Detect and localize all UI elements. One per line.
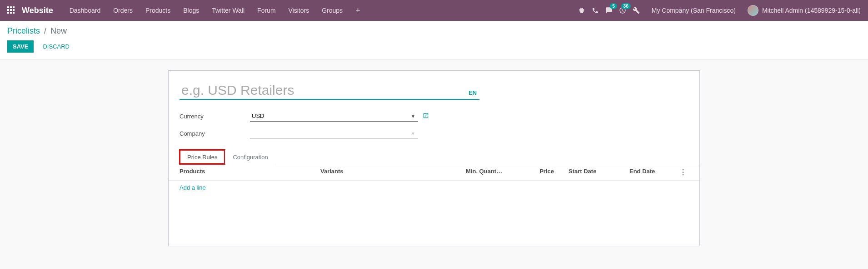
nav-groups[interactable]: Groups [316, 3, 348, 18]
breadcrumb: Pricelists / New [7, 26, 861, 36]
price-rules-table: Products Variants Min. Quant… Price Star… [169, 164, 699, 235]
th-price: Price [534, 168, 561, 176]
main-navbar: Website Dashboard Orders Products Blogs … [0, 0, 868, 21]
tools-icon[interactable] [633, 7, 640, 14]
add-line-link[interactable]: Add a line [180, 184, 206, 191]
bug-icon[interactable] [578, 7, 585, 14]
company-switcher[interactable]: My Company (San Francisco) [646, 7, 741, 14]
field-group: Currency ▼ Company ▼ [180, 111, 688, 139]
nav-dashboard[interactable]: Dashboard [64, 3, 106, 18]
breadcrumb-current: New [50, 26, 67, 35]
table-header: Products Variants Min. Quant… Price Star… [169, 164, 699, 181]
breadcrumb-sep: / [44, 26, 46, 35]
title-row: EN [180, 82, 688, 100]
company-row: Company ▼ [180, 128, 688, 139]
app-brand[interactable]: Website [22, 6, 53, 15]
messages-badge: 5 [610, 3, 617, 9]
tabs: Price Rules Configuration [169, 150, 699, 164]
tab-configuration[interactable]: Configuration [225, 150, 275, 164]
nav-products[interactable]: Products [140, 3, 176, 18]
form-sheet: EN Currency ▼ Company ▼ [168, 70, 700, 246]
nav-right: 5 36 My Company (San Francisco) Mitchell… [578, 5, 861, 16]
company-input-wrap: ▼ [250, 128, 418, 139]
kebab-icon[interactable]: ⋮ [679, 168, 688, 176]
nav-forum[interactable]: Forum [252, 3, 281, 18]
activities-badge: 36 [621, 3, 631, 9]
breadcrumb-parent[interactable]: Pricelists [7, 26, 40, 35]
form-container: EN Currency ▼ Company ▼ [0, 59, 868, 257]
tab-price-rules[interactable]: Price Rules [180, 150, 225, 164]
external-link-icon[interactable] [423, 112, 429, 120]
currency-input[interactable] [250, 111, 418, 122]
company-input[interactable] [250, 128, 418, 139]
cp-buttons: Save Discard [7, 40, 861, 53]
nav-twitter-wall[interactable]: Twitter Wall [206, 3, 250, 18]
user-menu[interactable]: Mitchell Admin (14589929-15-0-all) [748, 5, 861, 16]
nav-blogs[interactable]: Blogs [178, 3, 205, 18]
translate-button[interactable]: EN [469, 89, 477, 96]
th-end-date: End Date [629, 168, 679, 176]
currency-label: Currency [180, 113, 250, 120]
apps-icon[interactable] [7, 6, 15, 15]
discard-button[interactable]: Discard [37, 40, 75, 53]
control-panel: Pricelists / New Save Discard [0, 21, 868, 59]
pricelist-name-input[interactable] [180, 82, 479, 100]
messages-icon[interactable]: 5 [605, 7, 613, 14]
th-min-quantity: Min. Quant… [466, 168, 534, 176]
nav-orders[interactable]: Orders [108, 3, 138, 18]
nav-visitors[interactable]: Visitors [283, 3, 315, 18]
th-products: Products [180, 168, 320, 176]
currency-row: Currency ▼ [180, 111, 688, 122]
th-start-date: Start Date [561, 168, 629, 176]
user-name-label: Mitchell Admin (14589929-15-0-all) [762, 7, 861, 14]
phone-icon[interactable] [592, 7, 599, 14]
currency-input-wrap: ▼ [250, 111, 418, 122]
nav-add-menu[interactable]: + [350, 4, 366, 17]
nav-menu: Dashboard Orders Products Blogs Twitter … [64, 3, 578, 18]
th-variants: Variants [320, 168, 466, 176]
avatar [748, 5, 758, 16]
table-body: Add a line [169, 181, 699, 235]
activities-icon[interactable]: 36 [619, 7, 626, 14]
company-label: Company [180, 130, 250, 137]
save-button[interactable]: Save [7, 40, 34, 53]
